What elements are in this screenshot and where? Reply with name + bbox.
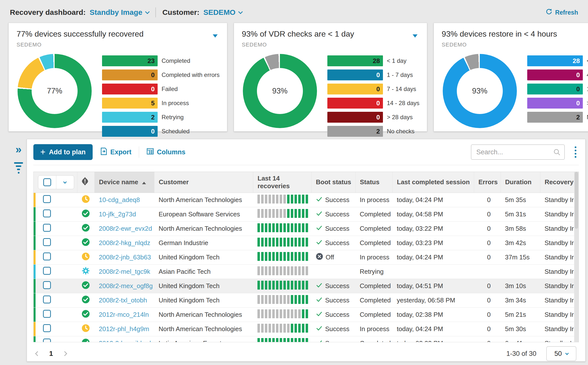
table-row[interactable]: 10-jfk_2g73dEuropean Software ServicesSu… [34,207,574,221]
devices-table: Device name Customer Last 14 recoveries … [34,172,574,342]
device-link[interactable]: 2008r2-hkg_nlqdz [99,239,150,247]
device-name-cell: 2008r2-hkg_nlqdz [94,236,154,250]
columns-button[interactable]: Columns [147,148,186,157]
column-header-status[interactable]: Status [355,172,392,193]
customer-cell: United Kingdom Tech [154,250,253,264]
filter-icon[interactable] [14,162,23,174]
column-header-boot-status[interactable]: Boot status [311,172,355,193]
refresh-label: Refresh [555,9,578,16]
table-row[interactable]: 2012r-phl_h4g9mNorth American Technologi… [34,322,574,336]
device-link[interactable]: 2008r2-mex_ogf8g [99,282,153,290]
select-all-checkbox[interactable] [38,176,56,189]
duration-cell: 3m 10s [501,279,540,293]
device-link[interactable]: 2012r2-bog_ibhed [99,340,151,342]
vertical-scrollbar[interactable] [574,172,579,342]
table-row[interactable]: 2008r2-mex_ogf8gUnited Kingdom TechSucce… [34,279,574,293]
legend-count-bar: 0 [102,84,158,94]
status-stripe [34,236,36,250]
row-checkbox[interactable] [43,238,51,246]
row-checkbox[interactable] [43,209,51,217]
legend-count-bar: 0 [327,98,383,109]
table-row[interactable]: 2008r2-txl_otobhUnited Kingdom TechSucce… [34,293,574,307]
table-row[interactable]: 2008r2-mel_tgc9kAsian Pacific TechRetryi… [34,264,574,279]
row-checkbox[interactable] [43,339,51,342]
device-link[interactable]: 10-jfk_2g73d [99,210,136,218]
legend-item: 0> 28 days [327,112,420,123]
in-process-clock-icon [82,255,90,262]
device-link[interactable]: 2008r2-ewr_evx2d [99,225,152,232]
device-link[interactable]: 2008r2-mel_tgc9k [99,268,150,275]
expand-panel-icon[interactable]: » [16,144,21,155]
device-link[interactable]: 2012r-phl_h4g9m [99,325,149,333]
customer-select[interactable]: SEDEMO [203,8,242,17]
boot-status-cell: Success [311,236,355,250]
previous-page-icon[interactable] [35,351,40,356]
pagination-bar: 1 1-30 of 30 50 [33,342,579,365]
legend-label: Completed with errors [162,71,220,78]
duration-cell: 3m 58s [501,221,540,236]
status-stripe [34,265,36,279]
column-header-duration[interactable]: Duration [501,172,540,193]
recovery-history-bars [257,209,308,218]
device-link[interactable]: 2008r2-txl_otobh [99,297,147,304]
legend-item: 28< 4 hours [527,55,588,66]
select-menu-caret-icon[interactable] [56,176,74,189]
row-status-icon-cell [77,307,94,322]
row-checkbox[interactable] [43,267,51,275]
table-row[interactable]: 2012r2-bog_ibhedLatin American ExpertsSu… [34,336,574,342]
table-row[interactable]: 2008r2-ewr_evx2dNorth American Technolog… [34,221,574,236]
column-header-recovery[interactable]: Recovery [540,172,574,193]
device-link[interactable]: 10-cdg_adeq8 [99,196,140,204]
card-title: 93% of VDR checks are < 1 day [242,29,420,39]
row-checkbox[interactable] [43,224,51,232]
priority-column-header[interactable] [77,172,94,193]
row-checkbox[interactable] [43,324,51,332]
legend-item: 2Retrying [102,112,220,123]
legend-item: 23Completed [102,55,220,66]
next-page-icon[interactable] [62,351,67,356]
duration-cell: 5m 31s [501,207,540,221]
row-checkbox[interactable] [43,310,51,318]
export-button[interactable]: Export [100,147,132,157]
row-checkbox[interactable] [43,296,51,303]
current-page[interactable]: 1 [49,350,53,358]
table-row[interactable]: 2008r2-jnb_63b63United Kingdom TechOffIn… [34,250,574,264]
row-checkbox[interactable] [43,252,51,260]
card-menu-caret-icon[interactable] [413,34,418,38]
boot-success-check-icon [316,282,323,290]
row-status-icon-cell [77,207,94,221]
search-input[interactable] [471,144,565,160]
legend-label: Scheduled [162,128,189,135]
recovery-cell: Standby Ir [540,221,574,236]
table-row[interactable]: 2012r-mco_214lnNorth American Technologi… [34,307,574,322]
row-checkbox[interactable] [43,195,51,203]
completed-check-icon [82,312,90,319]
device-link[interactable]: 2012r-mco_214ln [99,311,149,318]
row-status-icon-cell [77,264,94,279]
dashboard-select[interactable]: Standby Image [90,8,149,17]
recoveries-cell [253,293,311,307]
device-link[interactable]: 2008r2-jnb_63b63 [99,253,151,261]
refresh-icon [545,8,553,17]
table-row[interactable]: 2008r2-hkg_nlqdzGerman IndustrieSuccessC… [34,236,574,250]
column-header-device-name[interactable]: Device name [94,172,154,193]
status-stripe [34,193,36,207]
column-header-recoveries[interactable]: Last 14 recoveries [253,172,311,193]
boot-success-check-icon [316,210,323,219]
page-title: Recovery dashboard: [10,8,86,17]
card-menu-caret-icon[interactable] [213,34,218,38]
column-header-customer[interactable]: Customer [154,172,253,193]
legend-item: 07 - 14 days [327,84,420,94]
table-row[interactable]: 10-cdg_adeq8North American TechnologiesS… [34,193,574,207]
column-header-errors[interactable]: Errors [474,172,501,193]
legend-count-bar: 0 [327,69,383,80]
row-checkbox[interactable] [43,281,51,289]
add-to-plan-button[interactable]: + Add to plan [33,144,93,160]
column-header-session[interactable]: Last completed session [392,172,474,193]
recovery-history-bars [257,238,308,247]
more-options-kebab-icon[interactable] [572,145,579,159]
priority-icon [82,180,88,187]
refresh-button[interactable]: Refresh [545,8,578,17]
legend-label: Failed [162,86,178,92]
page-size-select[interactable]: 50 [546,346,576,361]
